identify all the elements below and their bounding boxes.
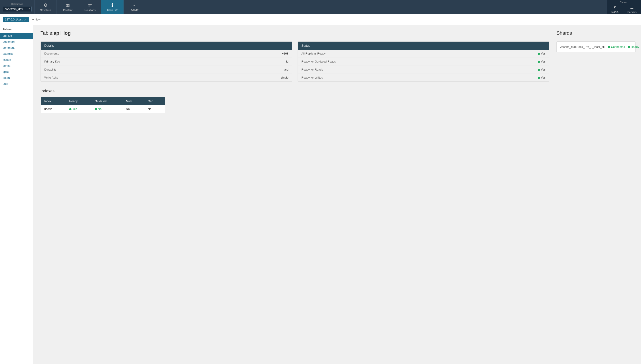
tab-query[interactable]: >_ Query <box>124 0 146 14</box>
top-nav: Databases codetrain_dev ⚙ Structure ▦ Co… <box>0 0 641 14</box>
tab-relations[interactable]: ⇄ Relations <box>79 0 101 14</box>
ready-label: Ready <box>631 45 639 48</box>
primarykey-value: id <box>286 60 288 63</box>
status-label: Status <box>611 10 618 14</box>
sidebar-item-api_log[interactable]: api_log <box>0 33 33 39</box>
reads-value: Yes <box>538 68 546 71</box>
active-tab-badge[interactable]: 127.0.0.1/test ✕ <box>3 17 29 22</box>
shards-title: Shards <box>556 30 636 36</box>
sidebar-item-lesson[interactable]: lesson <box>0 57 33 63</box>
new-label: + New <box>32 18 40 21</box>
databases-section: Databases codetrain_dev <box>0 0 34 14</box>
index-multi: No <box>122 105 144 113</box>
servers-label: Servers <box>628 11 636 14</box>
outdatedreads-value: Yes <box>538 60 546 63</box>
indexes-table: Index Ready Outdated Multi Geo userId Ye… <box>40 97 165 113</box>
detail-row-durability: Durability hard <box>41 66 292 74</box>
tab-status[interactable]: ♥ Status <box>606 4 623 14</box>
detail-row-primarykey: Primary Key id <box>41 58 292 66</box>
status-header: Status <box>298 42 549 50</box>
connected-label: Connected <box>611 45 625 48</box>
index-outdated: No <box>91 105 122 113</box>
status-row-allreplicas: All Replicas Ready Yes <box>298 50 549 58</box>
writes-value: Yes <box>538 76 546 79</box>
allreplicas-dot <box>538 53 540 55</box>
col-outdated: Outdated <box>91 97 122 105</box>
status-row-outdatedreads: Ready for Outdated Reads Yes <box>298 58 549 66</box>
tab-tableinfo[interactable]: ℹ Table Info <box>101 0 124 14</box>
durability-label: Durability <box>44 68 56 71</box>
structure-icon: ⚙ <box>44 2 48 8</box>
shard-card: Jasons_MacBook_Pro_2_local_5ix Connected… <box>556 42 636 52</box>
index-name: userId <box>41 105 66 113</box>
index-geo: No <box>144 105 165 113</box>
connected-dot <box>608 46 610 48</box>
tab-servers[interactable]: ☰ Servers <box>623 4 641 14</box>
toolbar: 127.0.0.1/test ✕ + New <box>0 14 641 25</box>
relations-icon: ⇄ <box>88 2 92 8</box>
db-select-wrapper: codetrain_dev <box>3 6 32 12</box>
cluster-label: Cluster <box>606 0 641 4</box>
sidebar-item-user[interactable]: user <box>0 81 33 87</box>
tab-structure[interactable]: ⚙ Structure <box>34 0 57 14</box>
query-icon: >_ <box>133 3 137 7</box>
main-layout: Tables api_log bookmark comment exercise… <box>0 25 641 364</box>
table-name: api_log <box>54 30 71 36</box>
query-label: Query <box>131 8 138 11</box>
sidebar-item-comment[interactable]: comment <box>0 45 33 51</box>
database-select[interactable]: codetrain_dev <box>3 6 32 12</box>
ready-dot <box>69 108 72 110</box>
outdatedreads-label: Ready for Outdated Reads <box>301 60 336 63</box>
sidebar-item-bookmark[interactable]: bookmark <box>0 39 33 45</box>
cluster-section: Cluster ♥ Status ☰ Servers <box>606 0 641 14</box>
status-icon: ♥ <box>614 5 616 10</box>
details-body: Documents ~108 Primary Key id Durability… <box>41 50 292 82</box>
details-status-row: Details Documents ~108 Primary Key id Du… <box>40 42 549 82</box>
tableinfo-label: Table Info <box>106 9 118 12</box>
table-row: userId Yes No No No <box>41 105 165 113</box>
active-tab-label: 127.0.0.1/test <box>5 18 22 21</box>
sidebar-item-exercise[interactable]: exercise <box>0 51 33 57</box>
status-card: Status All Replicas Ready Yes Ready for … <box>298 42 549 82</box>
outdated-dot <box>95 108 97 110</box>
writes-dot <box>538 77 540 79</box>
content-icon: ▦ <box>66 2 70 8</box>
sidebar-item-token[interactable]: token <box>0 75 33 81</box>
shards-area: Shards Jasons_MacBook_Pro_2_local_5ix Co… <box>556 25 641 364</box>
content-area: Table:api_log Details Documents ~108 Pri… <box>34 25 556 364</box>
table-prefix: Table: <box>40 30 54 36</box>
allreplicas-value: Yes <box>538 52 546 55</box>
reads-dot <box>538 69 540 71</box>
sidebar-item-spike[interactable]: spike <box>0 69 33 75</box>
nav-tabs: ⚙ Structure ▦ Content ⇄ Relations ℹ Tabl… <box>34 0 606 14</box>
writeacks-value: single <box>281 76 288 79</box>
detail-row-documents: Documents ~108 <box>41 50 292 58</box>
indexes-title: Indexes <box>40 89 549 94</box>
content-label: Content <box>63 9 72 12</box>
ready-dot <box>628 46 630 48</box>
col-multi: Multi <box>122 97 144 105</box>
cluster-tabs: ♥ Status ☰ Servers <box>606 4 641 14</box>
status-row-reads: Ready for Reads Yes <box>298 66 549 74</box>
page-title: Table:api_log <box>40 30 549 36</box>
primarykey-label: Primary Key <box>44 60 60 63</box>
sidebar-item-series[interactable]: series <box>0 63 33 69</box>
sidebar-title: Tables <box>0 28 33 33</box>
shard-connected-status: Connected <box>608 45 625 48</box>
details-header: Details <box>41 42 292 50</box>
servers-icon: ☰ <box>630 5 634 10</box>
writeacks-label: Write Acks <box>44 76 58 79</box>
col-geo: Geo <box>144 97 165 105</box>
documents-label: Documents <box>44 52 59 55</box>
tab-close-button[interactable]: ✕ <box>24 18 26 21</box>
relations-label: Relations <box>84 9 96 12</box>
new-button[interactable]: + New <box>30 17 42 22</box>
detail-row-writeacks: Write Acks single <box>41 74 292 82</box>
tab-content[interactable]: ▦ Content <box>57 0 79 14</box>
reads-label: Ready for Reads <box>301 68 323 71</box>
col-index: Index <box>41 97 66 105</box>
col-ready: Ready <box>66 97 91 105</box>
indexes-header-row: Index Ready Outdated Multi Geo <box>41 97 165 105</box>
shard-ready-status: Ready <box>628 45 639 48</box>
index-ready: Yes <box>66 105 91 113</box>
